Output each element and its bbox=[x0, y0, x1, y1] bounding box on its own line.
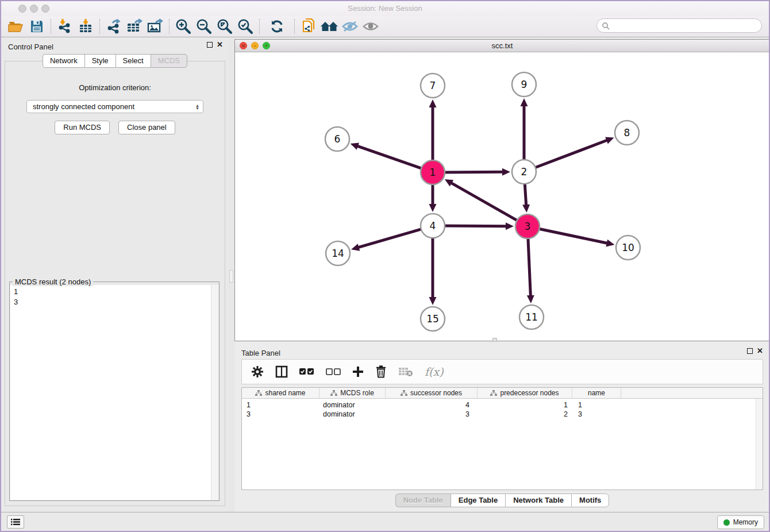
graph-edge[interactable] bbox=[525, 183, 526, 206]
settings-gear-icon[interactable] bbox=[251, 365, 264, 378]
graph-edge[interactable] bbox=[357, 146, 422, 169]
graph-edge-arrowhead bbox=[502, 168, 510, 176]
criterion-dropdown[interactable]: strongly connected component ▲▼ bbox=[26, 100, 203, 113]
tab-network-table[interactable]: Network Table bbox=[505, 494, 571, 507]
graph-edge-arrowhead bbox=[522, 205, 530, 213]
export-image-icon[interactable] bbox=[145, 17, 165, 36]
task-history-button[interactable] bbox=[7, 515, 24, 529]
float-panel-icon[interactable] bbox=[207, 42, 213, 48]
close-panel-icon[interactable]: ✕ bbox=[217, 42, 223, 48]
graph-edge-arrowhead bbox=[606, 240, 614, 247]
tab-node-table[interactable]: Node Table bbox=[395, 494, 451, 507]
mcds-result-group: MCDS result (2 nodes) 1 3 bbox=[9, 277, 220, 501]
graph-edge[interactable] bbox=[451, 183, 518, 221]
graph-edge[interactable] bbox=[444, 172, 503, 172]
graph-edge-arrowhead bbox=[429, 297, 437, 305]
delete-column-trash-icon[interactable] bbox=[375, 365, 387, 378]
tab-motifs[interactable]: Motifs bbox=[571, 494, 609, 507]
refresh-icon[interactable] bbox=[267, 17, 287, 36]
new-network-from-selection-icon[interactable] bbox=[298, 17, 319, 36]
mcds-result-list[interactable]: 1 3 bbox=[10, 285, 218, 500]
delete-table-icon[interactable] bbox=[398, 367, 413, 377]
float-table-panel-icon[interactable] bbox=[747, 348, 753, 354]
mcds-result-title: MCDS result (2 nodes) bbox=[13, 277, 93, 286]
run-mcds-button[interactable]: Run MCDS bbox=[55, 121, 110, 134]
graph-edge-arrowhead bbox=[521, 98, 528, 106]
network-canvas[interactable]: 1234678910111415 bbox=[235, 52, 769, 341]
graph-node-label: 9 bbox=[521, 79, 528, 90]
show-all-eye-icon[interactable] bbox=[360, 17, 381, 36]
toolbar-separator bbox=[294, 19, 295, 34]
close-panel-button[interactable]: Close panel bbox=[118, 121, 175, 134]
zoom-fit-icon[interactable] bbox=[214, 17, 235, 36]
select-all-checkboxes-icon[interactable] bbox=[299, 368, 314, 376]
deselect-all-checkboxes-icon[interactable] bbox=[326, 368, 341, 376]
toggle-column-icon[interactable] bbox=[275, 365, 288, 378]
table-scrollbar[interactable] bbox=[756, 399, 763, 489]
table-row[interactable]: 1 dominator 4 1 1 bbox=[242, 400, 763, 410]
list-icon bbox=[11, 518, 20, 526]
tab-edge-table[interactable]: Edge Table bbox=[451, 494, 505, 507]
zoom-selected-icon[interactable] bbox=[235, 17, 256, 36]
table-toolbar: f(x) bbox=[241, 359, 763, 384]
search-field[interactable] bbox=[596, 18, 762, 33]
horizontal-splitter-grip[interactable] bbox=[492, 338, 497, 342]
column-header-name[interactable]: name bbox=[572, 388, 621, 398]
zoom-out-icon[interactable] bbox=[194, 17, 214, 36]
graph-edge-arrowhead bbox=[429, 204, 437, 212]
graph-node-label: 1 bbox=[430, 167, 436, 178]
table-panel-title: Table Panel bbox=[241, 349, 280, 357]
graph-node-label: 3 bbox=[525, 221, 531, 232]
graph-edge-arrowhead bbox=[527, 295, 534, 303]
table-tabs: Node Table Edge Table Network Table Moti… bbox=[234, 494, 770, 507]
tab-network[interactable]: Network bbox=[43, 54, 84, 68]
open-folder-icon[interactable] bbox=[6, 17, 26, 36]
graph-edge[interactable] bbox=[534, 140, 608, 168]
network-window-titlebar[interactable]: ✕ − + scc.txt bbox=[235, 40, 769, 52]
hide-selected-eye-icon[interactable] bbox=[340, 17, 360, 36]
graph-edge[interactable] bbox=[528, 237, 531, 296]
network-graph[interactable]: 1234678910111415 bbox=[235, 52, 769, 341]
column-header-mcds-role[interactable]: MCDS role bbox=[319, 388, 386, 398]
export-network-icon[interactable] bbox=[103, 17, 124, 36]
column-header-shared-name[interactable]: shared name bbox=[242, 388, 319, 398]
control-panel: Control Panel ✕ Network Style Select MCD… bbox=[1, 38, 229, 512]
import-network-icon[interactable] bbox=[55, 17, 75, 36]
graph-edge-arrowhead bbox=[351, 142, 359, 149]
table-header-row: shared name MCDS role successor nodes pr… bbox=[242, 388, 763, 399]
search-input[interactable] bbox=[610, 21, 757, 30]
column-type-icon bbox=[401, 390, 407, 396]
node-table[interactable]: shared name MCDS role successor nodes pr… bbox=[241, 387, 763, 490]
memory-button[interactable]: Memory bbox=[717, 515, 764, 529]
first-neighbors-home-icon[interactable] bbox=[319, 17, 340, 36]
graph-edge[interactable] bbox=[358, 229, 422, 248]
graph-edge-arrowhead bbox=[506, 222, 514, 230]
add-column-icon[interactable] bbox=[352, 366, 364, 377]
import-table-icon[interactable] bbox=[75, 17, 96, 36]
function-builder-icon[interactable]: f(x) bbox=[425, 365, 444, 378]
column-type-icon bbox=[490, 390, 497, 396]
memory-status-icon bbox=[723, 519, 730, 526]
network-view-window: ✕ − + scc.txt 1234678910111415 bbox=[234, 39, 770, 341]
table-row[interactable]: 3 dominator 3 2 3 bbox=[242, 410, 763, 419]
tab-select[interactable]: Select bbox=[116, 54, 151, 68]
graph-edge[interactable] bbox=[538, 229, 608, 244]
export-table-icon[interactable] bbox=[124, 17, 145, 36]
column-header-predecessor-nodes[interactable]: predecessor nodes bbox=[478, 388, 572, 398]
graph-node-label: 4 bbox=[430, 220, 436, 232]
graph-edge[interactable] bbox=[444, 226, 507, 226]
optimization-criterion-label: Optimization criterion: bbox=[5, 83, 225, 92]
close-table-panel-icon[interactable]: ✕ bbox=[757, 348, 763, 354]
zoom-in-icon[interactable] bbox=[173, 17, 194, 36]
save-icon[interactable] bbox=[26, 17, 47, 36]
graph-node-label: 10 bbox=[622, 242, 634, 253]
tab-mcds[interactable]: MCDS bbox=[151, 54, 187, 68]
result-item: 3 bbox=[10, 297, 218, 307]
column-header-successor-nodes[interactable]: successor nodes bbox=[386, 388, 478, 398]
control-panel-title: Control Panel bbox=[8, 43, 53, 51]
tab-style[interactable]: Style bbox=[84, 54, 116, 68]
vertical-splitter[interactable] bbox=[229, 38, 234, 512]
criterion-value: strongly connected component bbox=[33, 102, 195, 111]
result-scrollbar[interactable] bbox=[211, 285, 218, 500]
splitter-grip[interactable] bbox=[229, 270, 233, 283]
